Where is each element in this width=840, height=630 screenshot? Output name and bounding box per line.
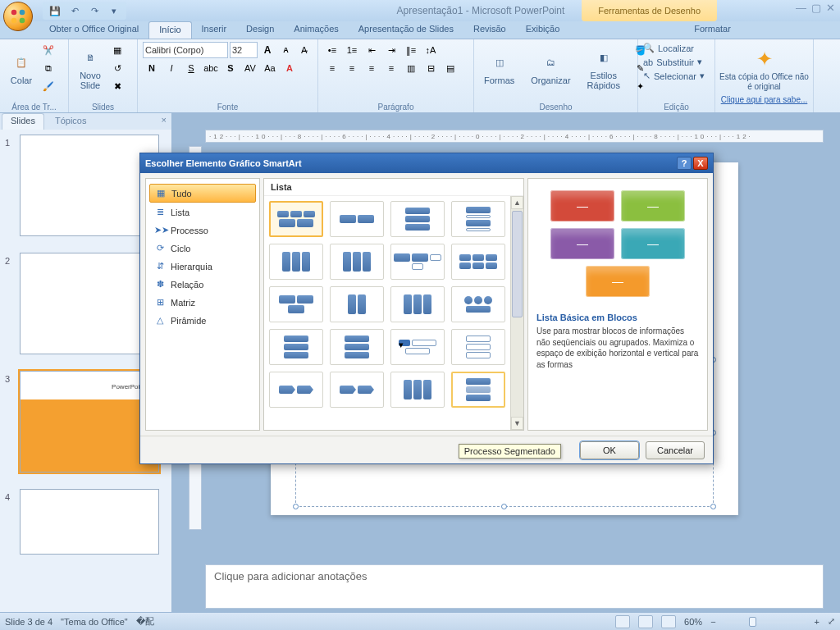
columns-icon[interactable]: ▥: [402, 60, 420, 76]
cut-icon[interactable]: ✂️: [39, 42, 57, 58]
notice-link[interactable]: Clique aqui para sabe...: [721, 95, 808, 104]
notes-pane[interactable]: Clique para adicionar anotações: [205, 564, 824, 609]
tab-review[interactable]: Revisão: [463, 21, 516, 39]
font-color-icon[interactable]: A: [281, 60, 299, 76]
dialog-titlebar[interactable]: Escolher Elemento Gráfico SmartArt ? X: [140, 153, 713, 173]
office-button[interactable]: [3, 2, 33, 31]
cancel-button[interactable]: Cancelar: [646, 441, 705, 459]
tab-insert[interactable]: Inserir: [192, 21, 237, 39]
gallery-item[interactable]: [390, 201, 445, 237]
clear-format-icon[interactable]: A̶: [296, 42, 313, 58]
close-panel-icon[interactable]: ×: [157, 113, 171, 130]
italic-icon[interactable]: I: [162, 60, 180, 76]
slideshow-view-icon[interactable]: [661, 615, 676, 628]
reset-icon[interactable]: ↺: [108, 60, 126, 76]
underline-icon[interactable]: S: [182, 60, 200, 76]
cat-relationship[interactable]: ✽Relação: [149, 276, 256, 293]
gallery-item[interactable]: [451, 244, 505, 280]
tab-slideshow[interactable]: Apresentação de Slides: [349, 21, 463, 39]
indent-icon[interactable]: ⇥: [382, 42, 400, 58]
slide-thumb-2[interactable]: [20, 253, 159, 354]
align-right-icon[interactable]: ≡: [363, 60, 381, 76]
gallery-item[interactable]: [451, 286, 505, 322]
find-button[interactable]: 🔍Localizar: [643, 42, 710, 54]
save-icon[interactable]: 💾: [46, 2, 64, 19]
cat-list[interactable]: ≣Lista: [149, 203, 256, 221]
align-text-icon[interactable]: ⊟: [422, 60, 440, 76]
cat-matrix[interactable]: ⊞Matriz: [149, 294, 256, 311]
scroll-up-icon[interactable]: ▲: [511, 196, 523, 209]
gallery-item[interactable]: [269, 329, 323, 365]
ok-button[interactable]: OK: [580, 441, 639, 459]
align-center-icon[interactable]: ≡: [343, 60, 361, 76]
quick-styles-button[interactable]: ◧Estilos Rápidos: [582, 44, 625, 92]
change-case-icon[interactable]: Aa: [261, 60, 279, 76]
gallery-item[interactable]: [390, 286, 445, 322]
outline-tab[interactable]: Tópicos: [46, 113, 96, 130]
zoom-out-icon[interactable]: −: [710, 617, 715, 627]
gallery-item[interactable]: [330, 286, 384, 322]
slide-thumb-3[interactable]: PowerPoint: [20, 371, 159, 472]
tab-get-office[interactable]: Obter o Office Original: [39, 21, 148, 39]
tab-home[interactable]: Início: [148, 21, 191, 39]
cat-all[interactable]: ▦Tudo: [149, 184, 256, 203]
gallery-item[interactable]: ▾: [390, 329, 445, 365]
gallery-item[interactable]: [390, 372, 445, 408]
scroll-down-icon[interactable]: ▼: [511, 417, 523, 430]
bullets-icon[interactable]: •≡: [323, 42, 341, 58]
redo-icon[interactable]: ↷: [85, 2, 103, 19]
select-button[interactable]: ↖Selecionar▾: [643, 70, 710, 82]
shrink-font-icon[interactable]: A: [277, 42, 294, 58]
gallery-item[interactable]: [269, 372, 323, 408]
undo-icon[interactable]: ↶: [66, 2, 84, 19]
gallery-item[interactable]: [451, 329, 505, 365]
cat-hierarchy[interactable]: ⇵Hierarquia: [149, 258, 256, 275]
minimize-icon[interactable]: —: [796, 2, 806, 14]
gallery-item[interactable]: [330, 244, 384, 280]
cat-pyramid[interactable]: △Pirâmide: [149, 312, 256, 329]
gallery-item[interactable]: [330, 329, 384, 365]
shadow-icon[interactable]: S: [221, 60, 240, 76]
spacing-icon[interactable]: AV: [241, 60, 259, 76]
smartart-convert-icon[interactable]: ▤: [441, 60, 459, 76]
align-left-icon[interactable]: ≡: [323, 60, 341, 76]
gallery-item[interactable]: [390, 244, 445, 280]
outdent-icon[interactable]: ⇤: [363, 42, 381, 58]
grow-font-icon[interactable]: A: [259, 42, 276, 58]
tab-view[interactable]: Exibição: [516, 21, 570, 39]
shapes-button[interactable]: ◫Formas: [479, 49, 519, 87]
gallery-scrollbar[interactable]: ▲ ▼: [510, 196, 523, 430]
zoom-in-icon[interactable]: +: [815, 617, 819, 627]
dialog-help-icon[interactable]: ?: [677, 157, 692, 170]
gallery-item[interactable]: [269, 201, 323, 237]
cat-process[interactable]: ➤➤Processo: [149, 221, 256, 239]
dialog-close-icon[interactable]: X: [693, 157, 708, 170]
font-size-select[interactable]: [230, 42, 258, 58]
paste-button[interactable]: 📋 Colar: [5, 49, 38, 87]
scroll-thumb[interactable]: [512, 211, 523, 317]
fit-window-icon[interactable]: ⤢: [828, 616, 835, 627]
justify-icon[interactable]: ≡: [382, 60, 400, 76]
text-direction-icon[interactable]: ↕A: [422, 42, 440, 58]
normal-view-icon[interactable]: [615, 615, 630, 628]
slide-thumb-1[interactable]: [20, 135, 159, 236]
close-icon[interactable]: ✕: [826, 2, 835, 14]
tab-design[interactable]: Design: [236, 21, 284, 39]
slide-thumb-4[interactable]: [20, 489, 159, 555]
gallery-item[interactable]: [330, 372, 384, 408]
qat-menu-icon[interactable]: ▾: [105, 2, 123, 19]
slides-tab[interactable]: Slides: [2, 113, 44, 130]
gallery-item[interactable]: [269, 244, 323, 280]
replace-button[interactable]: abSubstituir▾: [643, 56, 710, 68]
layout-icon[interactable]: ▦: [108, 42, 126, 58]
genuine-notice[interactable]: ✦ Esta cópia do Office não é original Cl…: [715, 39, 814, 112]
line-spacing-icon[interactable]: ‖≡: [402, 42, 420, 58]
gallery-item[interactable]: [330, 201, 384, 237]
zoom-slider[interactable]: [724, 620, 806, 623]
bold-icon[interactable]: N: [143, 60, 161, 76]
cat-cycle[interactable]: ⟳Ciclo: [149, 240, 256, 257]
font-name-select[interactable]: [143, 42, 228, 58]
numbering-icon[interactable]: 1≡: [343, 42, 361, 58]
sorter-view-icon[interactable]: [638, 615, 653, 628]
restore-icon[interactable]: ▢: [811, 2, 821, 14]
